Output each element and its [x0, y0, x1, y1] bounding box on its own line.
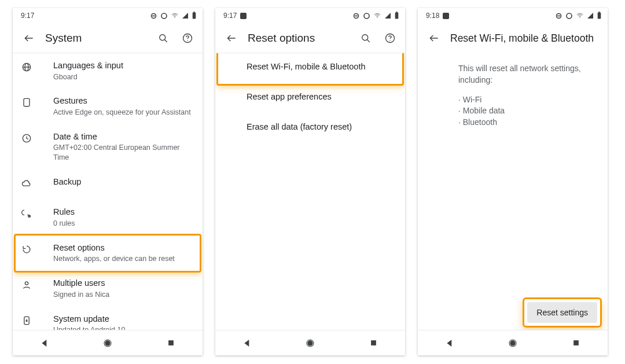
search-button[interactable]: [354, 27, 377, 50]
status-time: 9:17: [223, 12, 237, 20]
setting-item-title: Languages & input: [53, 60, 193, 72]
reset-option-reset-app-preferences[interactable]: Reset app preferences: [215, 83, 405, 113]
reset-option-erase-all-data-factory-reset[interactable]: Erase all data (factory reset): [215, 113, 405, 144]
status-time: 9:18: [426, 12, 439, 20]
setting-item-reset-options[interactable]: Reset optionsNetwork, apps, or device ca…: [13, 236, 203, 271]
nav-back-icon: [242, 339, 252, 348]
svg-line-29: [367, 39, 370, 42]
nav-back-button[interactable]: [236, 332, 259, 355]
nav-back-button[interactable]: [438, 332, 461, 355]
nav-recents-icon: [572, 339, 580, 347]
help-button[interactable]: [176, 27, 199, 50]
svg-rect-40: [598, 12, 600, 13]
app-bar: System: [13, 23, 203, 53]
circle-icon: [363, 12, 370, 20]
globe-icon: [21, 61, 32, 73]
reset-bullet-list: Wi-Fi Mobile data Bluetooth: [458, 94, 597, 128]
reset-settings-button[interactable]: Reset settings: [527, 302, 597, 323]
signal-icon: [587, 12, 594, 19]
back-button[interactable]: [221, 28, 242, 49]
svg-rect-4: [193, 12, 196, 19]
svg-point-17: [25, 282, 28, 285]
nav-recents-button[interactable]: [159, 332, 182, 355]
svg-point-38: [579, 17, 580, 17]
battery-icon: [597, 12, 602, 20]
nav-bar: [13, 330, 203, 355]
setting-item-subtitle: GMT+02:00 Central European Summer Time: [53, 143, 193, 163]
help-button[interactable]: [378, 27, 402, 50]
setting-item-subtitle: Signed in as Nica: [53, 290, 193, 300]
svg-point-6: [160, 34, 166, 40]
setting-item-title: Reset options: [53, 242, 193, 254]
bullet-item: Mobile data: [458, 105, 597, 117]
setting-item-title: System update: [53, 314, 193, 325]
svg-rect-39: [598, 12, 601, 19]
update-icon: [21, 315, 32, 326]
setting-item-rules[interactable]: Rules0 rules: [13, 200, 203, 235]
setting-item-subtitle: Active Edge on, squeeze for your Assista…: [53, 108, 193, 117]
setting-item-icon: [21, 60, 53, 73]
svg-rect-5: [193, 12, 194, 13]
svg-point-41: [510, 340, 515, 345]
back-arrow-icon: [428, 32, 440, 44]
setting-item-date-time[interactable]: Date & timeGMT+02:00 Central European Su…: [13, 124, 203, 170]
content-area: This will reset all network settings, in…: [418, 53, 608, 330]
setting-item-backup[interactable]: Backup: [13, 170, 203, 200]
setting-item-title: Gestures: [53, 95, 193, 107]
reset-icon: [21, 244, 32, 255]
search-button[interactable]: [152, 27, 175, 50]
page-title: System: [45, 32, 152, 45]
nav-back-button[interactable]: [33, 332, 56, 355]
status-bar: 9:17: [215, 8, 405, 23]
nav-home-button[interactable]: [96, 332, 119, 355]
setting-item-subtitle: Network, apps, or device can be reset: [53, 254, 193, 264]
setting-item-title: Backup: [53, 177, 193, 188]
svg-point-2: [161, 13, 167, 19]
page-title: Reset options: [248, 32, 354, 45]
screenshot-badge-icon: [443, 13, 449, 19]
dnd-icon: [150, 12, 157, 20]
svg-point-3: [174, 17, 175, 17]
dnd-icon: [555, 12, 562, 20]
setting-item-system-update[interactable]: System updateUpdated to Android 10: [13, 307, 203, 330]
status-bar: 9:18: [418, 8, 608, 23]
battery-icon: [192, 12, 197, 20]
phone-screen-reset-wifi: 9:18 Reset Wi-Fi, mobile & Bluetooth Thi…: [418, 8, 608, 355]
svg-rect-43: [573, 340, 579, 345]
setting-item-subtitle: Gboard: [53, 72, 193, 82]
back-button[interactable]: [424, 28, 444, 49]
nav-home-button[interactable]: [501, 332, 524, 355]
nav-recents-button[interactable]: [564, 332, 587, 355]
reset-option-label: Erase all data (factory reset): [247, 122, 396, 133]
reset-option-reset-wi-fi-mobile-bluetooth[interactable]: Reset Wi-Fi, mobile & Bluetooth: [215, 53, 405, 83]
nav-home-icon: [103, 339, 112, 348]
setting-item-multiple-users[interactable]: Multiple usersSigned in as Nica: [13, 271, 203, 306]
nav-home-button[interactable]: [299, 332, 322, 355]
setting-item-title: Rules: [53, 207, 193, 218]
svg-point-25: [377, 17, 377, 17]
back-button[interactable]: [19, 28, 39, 49]
wifi-icon: [576, 12, 584, 19]
phone-screen-reset-options: 9:17 Reset options: [215, 8, 405, 355]
status-icons: [150, 12, 197, 20]
svg-rect-26: [395, 12, 399, 19]
setting-item-subtitle: 0 rules: [53, 219, 193, 229]
bullet-item: Bluetooth: [458, 117, 597, 128]
setting-item-icon: [21, 131, 53, 144]
status-icons: [555, 12, 602, 20]
setting-item-icon: [21, 242, 53, 255]
nav-recents-icon: [369, 339, 378, 347]
help-icon: [384, 32, 396, 44]
setting-item-gestures[interactable]: GesturesActive Edge on, squeeze for your…: [13, 89, 203, 124]
setting-item-title: Multiple users: [53, 278, 193, 289]
cloud-icon: [21, 178, 32, 189]
setting-item-languages-input[interactable]: Languages & inputGboard: [13, 53, 203, 89]
nav-recents-button[interactable]: [362, 332, 385, 355]
reset-description-text: This will reset all network settings, in…: [458, 62, 597, 86]
svg-rect-27: [396, 12, 397, 13]
svg-point-28: [362, 34, 368, 40]
svg-point-31: [389, 40, 390, 41]
content-area: Languages & inputGboardGesturesActive Ed…: [13, 53, 203, 330]
svg-rect-21: [168, 340, 174, 345]
nav-bar: [418, 330, 608, 355]
